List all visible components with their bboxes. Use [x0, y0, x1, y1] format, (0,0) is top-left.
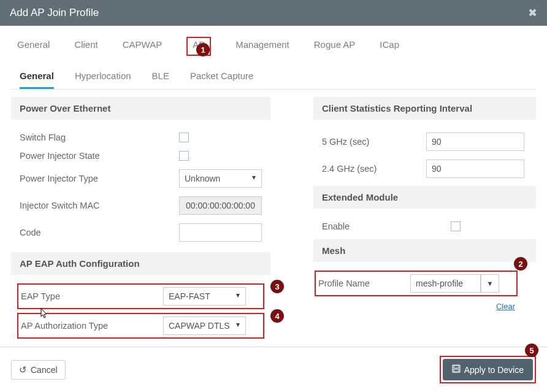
row-eap-type: EAP Type EAP-FAST [17, 283, 264, 309]
close-icon[interactable]: ✖ [528, 6, 537, 20]
checkbox-switch-flag[interactable] [179, 133, 189, 142]
badge-4: 4 [270, 309, 284, 323]
section-mesh: Mesh [313, 239, 536, 262]
modal-title: Add AP Join Profile [10, 7, 99, 19]
subtab-hyperlocation[interactable]: Hyperlocation [75, 68, 131, 89]
label-ghz24: 2.4 GHz (sec) [322, 164, 420, 174]
svg-rect-1 [454, 366, 459, 368]
tab-rogueap[interactable]: Rogue AP [314, 37, 356, 56]
label-pit: Power Injector Type [20, 174, 142, 183]
badge-3: 3 [270, 280, 284, 293]
row-code: Code [11, 219, 270, 246]
badge-1: 1 [196, 43, 210, 56]
label-profile-name: Profile Name [318, 279, 410, 288]
row-profile-name: Profile Name ▼ [315, 271, 518, 296]
select-ap-auth[interactable]: CAPWAP DTLS [163, 317, 246, 335]
checkbox-ext-enable[interactable] [451, 221, 461, 231]
modal-footer: ↺ Cancel 5 Apply to Device [0, 347, 547, 392]
tab-general[interactable]: General [17, 37, 50, 56]
section-poe: Power Over Ethernet [11, 97, 270, 120]
apply-label: Apply to Device [464, 365, 524, 375]
row-ext-enable: Enable [313, 217, 536, 236]
modal-content: General Client CAPWAP AP Management Rogu… [0, 26, 547, 342]
input-ism[interactable] [179, 196, 262, 215]
row-ghz24: 2.4 GHz (sec) [313, 155, 536, 182]
subtab-general[interactable]: General [20, 68, 54, 89]
label-eap-type: EAP Type [21, 291, 141, 301]
tab-client[interactable]: Client [74, 37, 98, 56]
apply-button[interactable]: Apply to Device [443, 359, 533, 380]
badge-5: 5 [525, 344, 538, 357]
section-csri: Client Statistics Reporting Interval [313, 97, 536, 120]
subtab-packetcapture[interactable]: Packet Capture [190, 68, 253, 89]
row-ghz5: 5 GHz (sec) [313, 128, 536, 155]
select-eap-type[interactable]: EAP-FAST [163, 287, 246, 306]
sub-tabs: General Hyperlocation BLE Packet Capture [11, 60, 536, 90]
label-code: Code [20, 228, 142, 237]
label-switch-flag: Switch Flag [20, 133, 142, 142]
row-pit: Power Injector Type Unknown [11, 165, 270, 192]
subtab-ble[interactable]: BLE [152, 68, 169, 89]
input-profile-name[interactable] [410, 274, 481, 293]
left-col: Power Over Ethernet Switch Flag Power In… [11, 97, 270, 342]
checkbox-pis[interactable] [179, 151, 189, 161]
badge-2: 2 [514, 257, 527, 271]
label-pis: Power Injector State [20, 151, 142, 161]
svg-rect-2 [454, 369, 459, 372]
label-ghz5: 5 GHz (sec) [322, 137, 420, 147]
link-clear[interactable]: Clear [496, 302, 515, 311]
input-code[interactable] [179, 223, 262, 242]
row-switch-flag: Switch Flag [11, 128, 270, 147]
undo-icon: ↺ [19, 364, 27, 375]
label-ism: Injector Switch MAC [20, 201, 142, 210]
section-eap: AP EAP Auth Configuration [11, 252, 270, 275]
select-pit[interactable]: Unknown [179, 169, 262, 188]
modal-header: Add AP Join Profile ✖ [0, 0, 547, 26]
profile-name-dropdown-icon[interactable]: ▼ [481, 274, 499, 293]
tab-icap[interactable]: ICap [380, 37, 399, 56]
columns: Power Over Ethernet Switch Flag Power In… [11, 90, 536, 342]
row-ap-auth: AP Authorization Type CAPWAP DTLS [17, 313, 264, 339]
input-ghz5[interactable] [426, 133, 524, 151]
section-ext: Extended Module [313, 186, 536, 209]
label-ap-auth: AP Authorization Type [21, 321, 141, 331]
tab-management[interactable]: Management [235, 37, 289, 56]
save-icon [452, 364, 461, 375]
input-ghz24[interactable] [426, 159, 524, 178]
tab-capwap[interactable]: CAPWAP [123, 37, 162, 56]
main-tabs: General Client CAPWAP AP Management Rogu… [11, 34, 536, 56]
row-pis: Power Injector State [11, 147, 270, 165]
cancel-button[interactable]: ↺ Cancel [11, 360, 66, 380]
right-col: Client Statistics Reporting Interval 5 G… [313, 97, 536, 342]
label-ext-enable: Enable [322, 221, 420, 231]
row-ism: Injector Switch MAC [11, 192, 270, 219]
cancel-label: Cancel [31, 365, 58, 375]
